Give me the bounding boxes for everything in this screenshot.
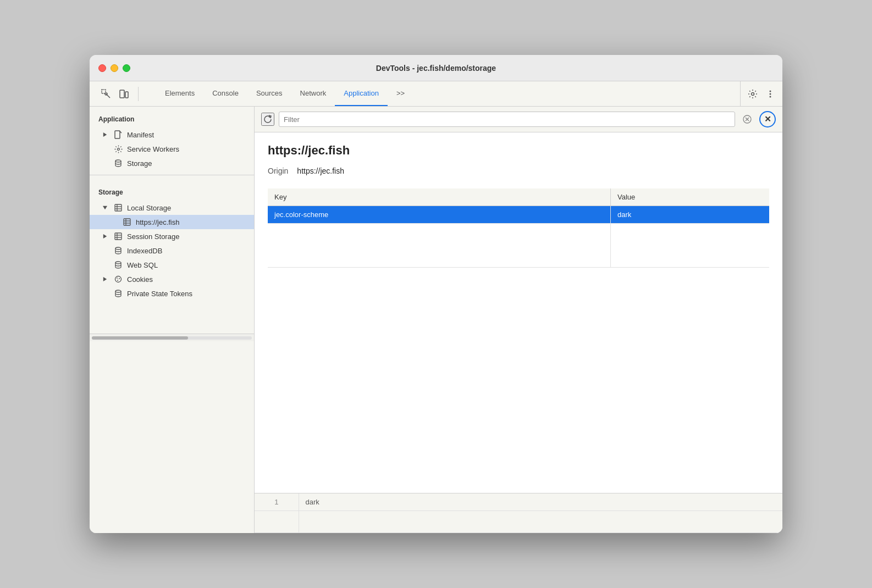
table-row-empty <box>268 224 769 268</box>
sidebar-item-private-state-tokens[interactable]: Private State Tokens <box>90 286 254 301</box>
bottom-cell-index: 1 <box>255 493 299 511</box>
bottom-table: 1 dark <box>255 493 782 533</box>
bottom-empty-row <box>255 511 782 533</box>
tab-network[interactable]: Network <box>291 81 335 106</box>
cell-value: dark <box>611 206 769 224</box>
private-state-tokens-label: Private State Tokens <box>127 290 192 298</box>
sidebar-divider-1 <box>90 175 254 175</box>
file-icon <box>114 130 123 139</box>
sidebar-item-local-storage[interactable]: Local Storage <box>90 201 254 215</box>
device-toggle-icon[interactable] <box>116 86 131 102</box>
table-row[interactable]: jec.color-scheme dark <box>268 206 769 224</box>
db-icon-app <box>114 159 123 168</box>
col-key: Key <box>268 188 611 206</box>
panel-toolbar: ✕ <box>255 107 782 132</box>
sidebar-item-session-storage[interactable]: Session Storage <box>90 229 254 243</box>
storage-table: Key Value jec.color-scheme dark <box>268 188 769 268</box>
panel-content: https://jec.fish Origin https://jec.fish… <box>255 132 782 493</box>
origin-row: Origin https://jec.fish <box>268 167 769 175</box>
more-options-icon[interactable] <box>763 86 778 102</box>
bottom-empty-2 <box>299 511 782 533</box>
sidebar-item-service-workers[interactable]: Service Workers <box>90 142 254 156</box>
svg-rect-2 <box>120 90 124 98</box>
svg-point-26 <box>117 278 118 279</box>
db-icon-indexed <box>114 246 123 255</box>
scrollbar-track <box>92 336 252 340</box>
sidebar-item-cookies[interactable]: Cookies <box>90 272 254 286</box>
origin-label: Origin <box>268 167 288 175</box>
svg-point-10 <box>115 160 121 162</box>
expand-right-icon <box>101 232 109 241</box>
toolbar-left <box>94 81 147 106</box>
db-icon-pst <box>114 289 123 298</box>
settings-icon[interactable] <box>745 86 760 102</box>
svg-point-5 <box>770 90 771 92</box>
bottom-empty-1 <box>255 511 299 533</box>
empty-value <box>611 224 769 268</box>
main-panel: ✕ https://jec.fish Origin https://jec.fi… <box>255 107 782 533</box>
db-icon-websql <box>114 260 123 269</box>
svg-rect-19 <box>115 233 122 240</box>
cookies-label: Cookies <box>127 275 153 284</box>
clear-filter-button[interactable] <box>739 112 755 127</box>
toolbar-divider <box>138 87 139 101</box>
sidebar-item-websql[interactable]: Web SQL <box>90 258 254 272</box>
svg-point-23 <box>115 247 121 249</box>
spacer4 <box>101 260 109 269</box>
scrollbar-thumb <box>92 336 188 340</box>
expand-down-icon <box>101 203 109 212</box>
svg-point-6 <box>770 93 771 95</box>
tab-application[interactable]: Application <box>335 81 388 106</box>
col-value: Value <box>611 188 769 206</box>
bottom-cell-value: dark <box>299 493 782 511</box>
session-storage-label: Session Storage <box>127 232 179 241</box>
expand-right-cookies <box>101 275 109 284</box>
spacer5 <box>101 289 109 298</box>
tab-bar: Elements Console Sources Network Applica… <box>90 81 782 107</box>
cell-key: jec.color-scheme <box>268 206 611 224</box>
manifest-label: Manifest <box>127 131 154 139</box>
cookie-icon <box>114 275 123 284</box>
svg-rect-3 <box>125 92 128 98</box>
indexeddb-label: IndexedDB <box>127 247 162 255</box>
svg-rect-15 <box>124 219 130 225</box>
refresh-button[interactable] <box>261 113 274 126</box>
svg-point-27 <box>119 278 120 279</box>
panel-bottom: 1 dark <box>255 493 782 533</box>
inspect-icon[interactable] <box>98 86 114 102</box>
table-icon-local <box>114 203 123 212</box>
sidebar-section-application: Application <box>90 107 254 127</box>
devtools-window: DevTools - jec.fish/demo/storage E <box>90 55 782 533</box>
toolbar-right <box>740 81 778 106</box>
minimize-button[interactable] <box>111 64 118 72</box>
sidebar-item-manifest[interactable]: Manifest <box>90 127 254 142</box>
origin-value: https://jec.fish <box>297 167 344 175</box>
tab-console[interactable]: Console <box>203 81 247 106</box>
main-content: Application Manifest <box>90 107 782 533</box>
window-title: DevTools - jec.fish/demo/storage <box>376 64 496 73</box>
table-icon-jec <box>123 218 131 226</box>
svg-point-7 <box>770 96 771 97</box>
expand-icon <box>101 130 109 139</box>
empty-key <box>268 224 611 268</box>
svg-point-28 <box>117 280 118 281</box>
spacer2 <box>101 159 109 168</box>
sidebar: Application Manifest <box>90 107 255 533</box>
svg-rect-0 <box>102 90 106 93</box>
close-x-button[interactable]: ✕ <box>759 111 776 127</box>
sidebar-item-local-storage-jec[interactable]: https://jec.fish <box>90 215 254 229</box>
tab-elements[interactable]: Elements <box>156 81 203 106</box>
svg-point-29 <box>115 290 121 292</box>
svg-rect-8 <box>115 131 120 138</box>
maximize-button[interactable] <box>123 64 130 72</box>
sidebar-horizontal-scrollbar[interactable] <box>90 334 254 341</box>
tab-more[interactable]: >> <box>388 81 413 106</box>
origin-title: https://jec.fish <box>268 143 769 158</box>
sidebar-item-indexeddb[interactable]: IndexedDB <box>90 243 254 258</box>
sidebar-item-storage-app[interactable]: Storage <box>90 156 254 170</box>
title-bar: DevTools - jec.fish/demo/storage <box>90 55 782 81</box>
close-button[interactable] <box>98 64 106 72</box>
service-workers-label: Service Workers <box>127 145 179 153</box>
tab-sources[interactable]: Sources <box>247 81 291 106</box>
filter-input[interactable] <box>279 112 735 127</box>
